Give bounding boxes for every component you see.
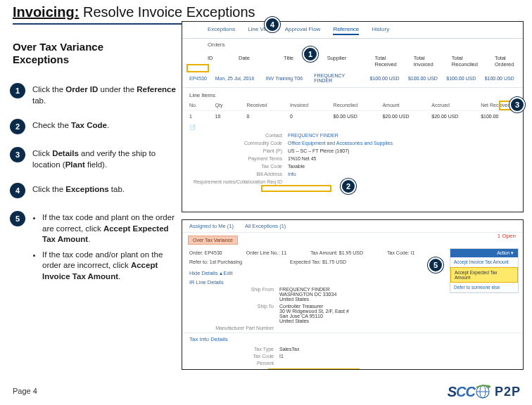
kv-ship-to: Ship ToController Treasurer 30 W Ridgewo… bbox=[182, 302, 523, 324]
orders-label: Orders bbox=[182, 39, 523, 48]
title-rest: Resolve Invoice Exceptions bbox=[79, 4, 255, 20]
exception-flag: Over Tax Variance bbox=[188, 236, 238, 245]
kv-bill-address: Bill AddressInfo bbox=[182, 170, 523, 178]
kv-plant: Plant (P)US – SC – FT Pierce (1807) bbox=[182, 147, 523, 155]
step-3: 3Click Details and verify the ship to lo… bbox=[10, 147, 177, 170]
order-id-link[interactable]: EP4530 bbox=[189, 76, 208, 81]
orders-header-row: ID Date Title Supplier Total Received To… bbox=[182, 48, 523, 70]
line-items-heading: Line Items bbox=[182, 87, 523, 100]
step-number: 4 bbox=[10, 183, 25, 198]
tax-highlight-box: Tax Rate:9% Taxable Total:$20.51 USD Exp… bbox=[268, 368, 360, 370]
logo-p2p: P2P bbox=[495, 385, 521, 399]
callout-4: 4 bbox=[265, 17, 280, 32]
exceptions-topbar: Assigned to Me (1) All Exceptions (1) bbox=[182, 220, 523, 233]
step-2: 2Check the Tax Code. bbox=[10, 119, 177, 134]
tab-all-exceptions[interactable]: All Exceptions (1) bbox=[245, 223, 286, 229]
logo-scc: SCC bbox=[448, 384, 475, 400]
order-row: EP4530 Mon, 25 Jul, 2016 INV Training T0… bbox=[182, 70, 523, 87]
kv-tax-type: Tax TypeSalesTax bbox=[182, 345, 523, 352]
callout-5: 5 bbox=[428, 257, 443, 273]
callout-3: 3 bbox=[509, 97, 525, 112]
kv-mpn: Manufacturer Part Number bbox=[182, 324, 523, 331]
action-accept-invoice-tax[interactable]: Accept Invoice Tax Amount bbox=[450, 257, 518, 267]
line-row: 1 10 0 0 $0.00 USD $20.00 USD $20.00 USD… bbox=[182, 110, 523, 122]
kv-commodity: Commodity CodeOffice Equipment and Acces… bbox=[182, 139, 523, 147]
page-number: Page 4 bbox=[13, 387, 37, 395]
tab-approval-flow[interactable]: Approval Flow bbox=[285, 26, 321, 35]
tab-exceptions[interactable]: Exceptions bbox=[208, 26, 235, 35]
step-text: Click Details and verify the ship to loc… bbox=[32, 147, 177, 170]
step-4: 4Click the Exceptions tab. bbox=[10, 183, 177, 198]
action-menu[interactable]: Action ▾ Accept Invoice Tax Amount Accep… bbox=[450, 248, 519, 293]
action-defer[interactable]: Defer to someone else bbox=[450, 283, 518, 292]
step-number: 2 bbox=[10, 119, 25, 134]
kv-payment-terms: Payment Terms1%10 Net 45 bbox=[182, 155, 523, 162]
highlight-tax-code bbox=[261, 185, 331, 192]
tab-reference[interactable]: Reference bbox=[333, 26, 359, 35]
kv-tax-code2: Tax CodeI1 bbox=[182, 352, 523, 359]
step-text: Click the Order ID under the Reference t… bbox=[32, 83, 177, 106]
step-5: 5If the tax code and plant on the order … bbox=[10, 211, 177, 286]
callout-1: 1 bbox=[303, 46, 318, 62]
step-number: 5 bbox=[10, 211, 25, 226]
step-number: 3 bbox=[10, 147, 25, 162]
action-dropdown-button[interactable]: Action ▾ bbox=[450, 249, 518, 257]
detail-tabs: Exceptions Line View Approval Flow Refer… bbox=[182, 22, 523, 39]
line-header-row: No. Qty Received Invoiced Reconciled Amo… bbox=[182, 100, 523, 110]
step-text: Click the Exceptions tab. bbox=[32, 183, 125, 195]
tab-history[interactable]: History bbox=[372, 26, 389, 35]
step-text: If the tax code and plant on the order a… bbox=[32, 211, 177, 286]
kv-tax-code: Tax CodeTaxable bbox=[182, 162, 523, 170]
action-accept-expected-tax[interactable]: Accept Expected Tax Amount bbox=[450, 267, 518, 283]
tab-assigned-to-me[interactable]: Assigned to Me (1) bbox=[189, 223, 234, 229]
title-prefix: Invoicing: bbox=[13, 4, 79, 20]
logo: SCC P2P bbox=[448, 382, 521, 401]
step-1: 1Click the Order ID under the Reference … bbox=[10, 83, 177, 106]
step-number: 1 bbox=[10, 83, 25, 98]
subsection-heading: Over Tax Variance Exceptions bbox=[13, 41, 132, 66]
kv-contact: ContactFREQUENCY FINDER bbox=[182, 131, 523, 139]
screenshot-exceptions-tab: Assigned to Me (1) All Exceptions (1) Ov… bbox=[182, 219, 524, 370]
tax-info-heading: Tax Info Details bbox=[182, 333, 523, 345]
instruction-steps: 1Click the Order ID under the Reference … bbox=[10, 83, 177, 299]
status-open: 1 Open bbox=[498, 233, 516, 239]
callout-2: 2 bbox=[341, 179, 356, 194]
kv-percent: Percent bbox=[182, 359, 523, 366]
step-text: Check the Tax Code. bbox=[32, 119, 109, 131]
globe-arrow-icon bbox=[474, 382, 492, 401]
